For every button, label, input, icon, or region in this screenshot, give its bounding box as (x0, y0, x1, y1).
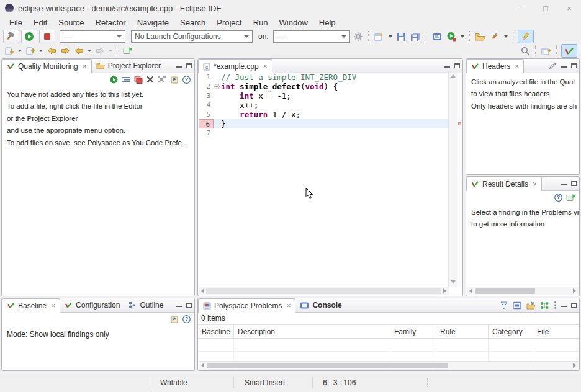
save-all-button[interactable] (410, 30, 422, 43)
minimize-view-icon[interactable] (561, 65, 567, 68)
minimize-window-button[interactable]: – (510, 0, 534, 16)
maximize-window-button[interactable]: □ (534, 0, 557, 16)
launch-target-combo[interactable]: --- (273, 30, 350, 43)
close-window-button[interactable]: × (557, 0, 581, 16)
help-icon[interactable]: ? (554, 194, 562, 202)
build-target-combo[interactable]: --- (60, 30, 125, 43)
back-history-button[interactable] (73, 45, 85, 57)
search-button[interactable] (519, 45, 531, 57)
tab-outline[interactable]: Outline (124, 298, 168, 312)
menu-item-file[interactable]: File (4, 18, 28, 27)
scrollbar-thumb[interactable] (206, 288, 441, 294)
prev-annotation-button[interactable] (24, 45, 37, 57)
chevron-down-icon[interactable] (88, 50, 91, 52)
list-icon[interactable] (122, 76, 130, 83)
horizontal-scrollbar[interactable] (467, 287, 579, 295)
menu-item-search[interactable]: Search (174, 18, 211, 27)
tab-example-cpp[interactable]: c *example.cpp × (198, 59, 272, 73)
chevron-down-icon[interactable] (109, 50, 112, 52)
save-button[interactable] (395, 30, 408, 43)
minimize-view-icon[interactable] (561, 182, 567, 185)
column-header-baseline[interactable]: Baseline (198, 325, 234, 338)
minimize-view-icon[interactable] (561, 304, 567, 307)
fold-marker-icon[interactable]: − (214, 82, 221, 91)
column-header-file[interactable]: File (533, 325, 579, 338)
open-resource-button[interactable] (474, 30, 487, 43)
minimize-view-icon[interactable] (176, 65, 182, 68)
view-menu-icon[interactable] (554, 301, 557, 310)
help-icon[interactable]: ? (182, 76, 191, 84)
polyspace-perspective-button[interactable] (561, 44, 577, 58)
remove-file-icon[interactable] (134, 76, 143, 84)
maximize-view-icon[interactable] (186, 303, 192, 308)
code-line-6[interactable]: 6} (199, 119, 449, 128)
close-icon[interactable]: × (515, 62, 519, 71)
column-header-description[interactable]: Description (234, 325, 390, 338)
maximize-view-icon[interactable] (571, 181, 577, 186)
maximize-view-icon[interactable] (571, 303, 577, 308)
scroll-left-icon[interactable] (201, 288, 204, 293)
menu-item-navigate[interactable]: Navigate (132, 18, 174, 27)
code-line-7[interactable]: 7 (199, 128, 449, 138)
tab-polyspace-problems[interactable]: Polyspace Problems × (198, 298, 295, 313)
annotation-tool-button[interactable] (489, 30, 501, 43)
open-perspective-button[interactable] (540, 45, 552, 57)
vertical-scrollbar[interactable] (448, 73, 457, 287)
scroll-right-icon[interactable] (443, 288, 446, 293)
menu-item-project[interactable]: Project (211, 18, 247, 27)
pin-view-icon[interactable] (566, 194, 575, 202)
next-annotation-button[interactable] (3, 45, 16, 57)
quill-icon[interactable] (549, 63, 557, 69)
tab-quality-monitoring[interactable]: Quality Monitoring × (2, 59, 92, 73)
code-line-4[interactable]: 4 x++; (199, 100, 449, 110)
close-icon[interactable]: × (533, 180, 537, 189)
scroll-right-icon[interactable] (573, 288, 576, 293)
help-icon[interactable]: ? (182, 315, 191, 323)
chevron-down-icon[interactable] (39, 50, 43, 52)
column-header-family[interactable]: Family (390, 325, 436, 338)
chevron-down-icon[interactable] (504, 35, 508, 38)
build-hammer-button[interactable] (3, 30, 19, 43)
forward-history-button[interactable] (94, 45, 106, 57)
pin-editor-button[interactable] (121, 45, 133, 57)
scroll-right-icon[interactable] (573, 363, 576, 368)
delete-all-icon[interactable] (158, 76, 166, 83)
forward-button[interactable] (59, 45, 71, 57)
minimize-view-icon[interactable] (176, 304, 182, 307)
download-baseline-icon[interactable] (170, 315, 179, 323)
overview-ruler[interactable] (457, 73, 462, 287)
focus-icon[interactable] (513, 301, 522, 310)
maximize-view-icon[interactable] (186, 63, 192, 68)
filter-icon[interactable] (500, 301, 508, 310)
code-line-1[interactable]: 1// Just a simple INT_ZERO_DIV (199, 73, 449, 82)
scrollbar-thumb[interactable] (475, 288, 535, 294)
export-log-icon[interactable] (526, 301, 536, 310)
close-icon[interactable]: × (263, 62, 268, 71)
tab-headers[interactable]: Headers × (466, 59, 524, 73)
run-configuration-button[interactable] (445, 30, 457, 43)
tab-baseline[interactable]: Baseline × (2, 298, 60, 313)
code-line-5[interactable]: 5 return 1 / x; (199, 110, 449, 119)
new-wizard-button[interactable] (373, 30, 385, 43)
maximize-view-icon[interactable] (454, 63, 460, 68)
horizontal-scrollbar[interactable] (199, 361, 579, 370)
menu-item-edit[interactable]: Edit (28, 18, 53, 27)
close-icon[interactable]: × (51, 301, 55, 310)
tab-configuration[interactable]: Configuration (60, 298, 124, 312)
menu-item-refactor[interactable]: Refactor (90, 18, 132, 27)
menu-item-help[interactable]: Help (313, 18, 341, 27)
scrollbar-thumb[interactable] (207, 363, 448, 368)
menu-item-run[interactable]: Run (248, 18, 274, 27)
tab-project-explorer[interactable]: Project Explorer (92, 59, 165, 73)
finding-marker[interactable] (458, 122, 461, 125)
launch-settings-button[interactable] (352, 30, 364, 43)
run-button[interactable] (21, 30, 37, 43)
run-analysis-icon[interactable] (110, 76, 118, 84)
close-icon[interactable]: × (83, 62, 87, 71)
console-view-button[interactable] (431, 30, 443, 43)
launch-configuration-combo[interactable]: No Launch Configurations (131, 30, 253, 43)
chevron-down-icon[interactable] (461, 35, 464, 38)
column-header-category[interactable]: Category (489, 325, 533, 338)
export-icon[interactable] (170, 76, 179, 84)
delete-icon[interactable] (146, 76, 154, 83)
